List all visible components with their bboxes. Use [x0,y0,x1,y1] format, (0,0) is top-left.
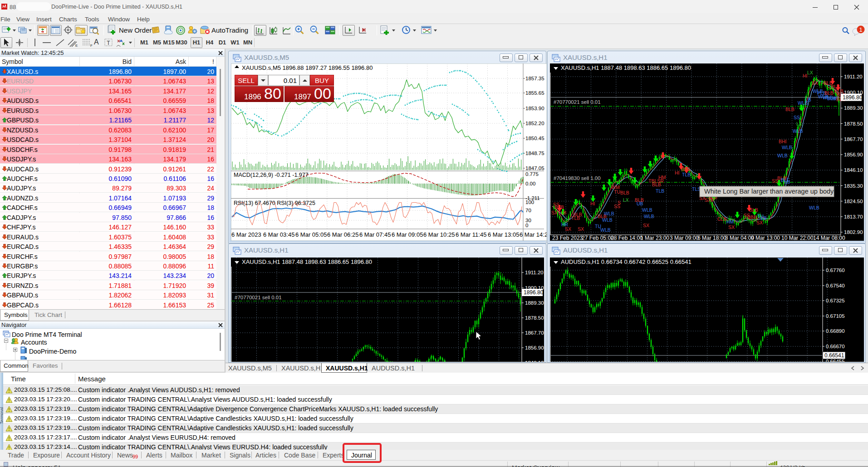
svg-text:CLB: CLB [717,216,726,222]
svg-text:LB: LB [805,97,811,102]
svg-text:6 Mar 06:25: 6 Mar 06:25 [327,231,358,238]
svg-text:XAUUSD.s,H1 1887.48 1898.63 1: XAUUSD.s,H1 1887.48 1898.63 1886.65 1896… [242,258,372,265]
svg-text:23 Feb 2023: 23 Feb 2023 [552,235,583,241]
svg-text:1856.90: 1856.90 [525,345,544,350]
svg-text:WLB: WLB [782,145,792,150]
svg-text:6 Mar 18:00: 6 Mar 18:00 [697,235,726,241]
svg-text:SXTLB: SXTLB [551,210,566,215]
svg-text:LX: LX [596,207,602,213]
svg-text:0.66541: 0.66541 [824,352,844,359]
svg-text:1813.70: 1813.70 [844,214,863,219]
svg-text:1889.30: 1889.30 [525,300,544,306]
svg-text:WLB: WLB [813,88,823,94]
svg-text:SS: SS [614,204,620,209]
svg-text:6 Mar 07:45: 6 Mar 07:45 [359,231,391,238]
svg-text:6 Mar 11:45: 6 Mar 11:45 [456,231,486,238]
svg-text:WLB: WLB [644,214,654,219]
svg-text:WLB: WLB [604,211,614,216]
svg-text:1848.75: 1848.75 [525,151,544,156]
svg-text:BLB: BLB [749,207,758,213]
svg-text:6 Mar 14:25: 6 Mar 14:25 [520,231,547,238]
svg-text:1: 1 [859,26,862,33]
svg-text:0.66670: 0.66670 [826,344,845,349]
svg-text:MACD(12,26,9) -0.271 -1.977: MACD(12,26,9) -0.271 -1.977 [234,172,309,178]
svg-text:6 Mar 10:25: 6 Mar 10:25 [423,231,455,238]
svg-text:100: 100 [525,199,534,205]
svg-text:#70419830 sell 1.00: #70419830 sell 1.00 [554,175,601,181]
svg-text:BLB: BLB [785,107,794,112]
svg-text:0: 0 [525,223,528,228]
svg-text:6 Mar 09:05: 6 Mar 09:05 [392,231,423,238]
svg-text:1 Mar 23:00: 1 Mar 23:00 [640,235,669,241]
svg-text:LB: LB [785,179,790,185]
svg-text:10 Mar 22:00: 10 Mar 22:00 [781,235,814,241]
svg-text:WLB: WLB [777,153,788,158]
svg-text:BLB: BLB [620,190,629,195]
svg-text:BBB: BBB [747,214,757,220]
svg-text:LX: LX [623,197,629,203]
svg-text:E: E [75,44,78,48]
svg-text:#70770021 sell 0.01: #70770021 sell 0.01 [554,99,601,105]
svg-text:WLB: WLB [809,205,819,210]
svg-text:T: T [107,40,110,46]
svg-text:0.67760: 0.67760 [826,268,845,273]
svg-text:1867.70: 1867.70 [525,330,544,336]
svg-text:SX: SX [643,223,649,228]
svg-text:1802.90: 1802.90 [844,229,863,235]
svg-text:WLB: WLB [600,227,611,233]
svg-text:BHI: BHI [779,139,787,144]
svg-text:SX: SX [812,80,818,86]
svg-text:White Long Bar larger than ave: White Long Bar larger than average up bo… [704,188,834,195]
svg-text:BLB: BLB [681,166,690,172]
svg-text:0.67540: 0.67540 [826,283,845,288]
svg-text:SX: SX [578,226,584,232]
svg-text:HI: HI [803,73,808,78]
svg-text:HM: HM [726,219,734,224]
svg-text:XAUUSD.s,M5 1896.88 1897.27 1: XAUUSD.s,M5 1896.88 1897.27 1896.55 1896… [242,64,373,71]
svg-text:0.00: 0.00 [525,181,535,186]
svg-text:27 Feb 05:00: 27 Feb 05:00 [582,235,614,241]
svg-text:1878.50: 1878.50 [844,121,863,126]
svg-text:#70770021 sell 0.01: #70770021 sell 0.01 [235,295,282,300]
svg-text:SS: SS [794,115,800,120]
svg-text:RSI(13) 67.4670 RSI(3) 96.372: RSI(13) 67.4670 RSI(3) 96.3725 [234,200,315,206]
svg-text:TLS: TLS [692,186,701,192]
svg-text:XAUUSD.s,H1 1887.48 1898.63 1: XAUUSD.s,H1 1887.48 1898.63 1886.65 1896… [561,64,691,71]
svg-text:1867.70: 1867.70 [844,136,863,142]
svg-text:HI: HI [590,201,595,206]
svg-text:WLB: WLB [793,128,803,134]
svg-text:LX: LX [807,70,813,75]
svg-text:UB: UB [637,201,643,206]
svg-text:BLB: BLB [573,212,582,217]
svg-text:LX: LX [796,121,802,126]
svg-text:0.775: 0.775 [525,171,539,177]
svg-text:6 Mar 05:05: 6 Mar 05:05 [295,231,327,238]
svg-text:SX: SX [565,226,571,232]
svg-text:1878.50: 1878.50 [525,315,544,321]
svg-text:0.67325: 0.67325 [826,298,845,303]
svg-text:HM: HM [658,175,666,180]
svg-text:1896.80: 1896.80 [843,94,863,101]
svg-text:14 Mar 08:00: 14 Mar 08:00 [813,235,845,241]
svg-text:BLB: BLB [555,204,564,210]
svg-text:SX: SX [728,224,735,230]
svg-text:9 Mar 13:00: 9 Mar 13:00 [751,235,780,241]
svg-text:6 Mar 03:45: 6 Mar 03:45 [263,231,294,238]
svg-text:8 Mar 04:00: 8 Mar 04:00 [725,235,754,241]
svg-text:0.67105: 0.67105 [826,313,845,319]
svg-text:1889.30: 1889.30 [844,105,863,111]
svg-text:6 Mar 13:05: 6 Mar 13:05 [488,231,519,238]
svg-text:1847.05: 1847.05 [525,165,544,171]
svg-text:1853.90: 1853.90 [525,106,544,111]
svg-text:1852.20: 1852.20 [525,121,544,126]
svg-text:0.66890: 0.66890 [826,328,845,334]
svg-text:3 Mar 09:00: 3 Mar 09:00 [670,235,699,241]
svg-text:TLB: TLB [656,188,664,194]
svg-text:1824.50: 1824.50 [844,199,863,204]
svg-text:1835.30: 1835.30 [844,183,863,189]
svg-text:WLB: WLB [602,217,613,223]
svg-text:1896.80: 1896.80 [524,289,544,296]
svg-text:1850.45: 1850.45 [525,136,544,141]
svg-text:AUDUSD.s,H1 0.66734 0.66742 0: AUDUSD.s,H1 0.66734 0.66742 0.66525 0.66… [561,258,691,265]
svg-text:HI: HI [675,170,680,175]
